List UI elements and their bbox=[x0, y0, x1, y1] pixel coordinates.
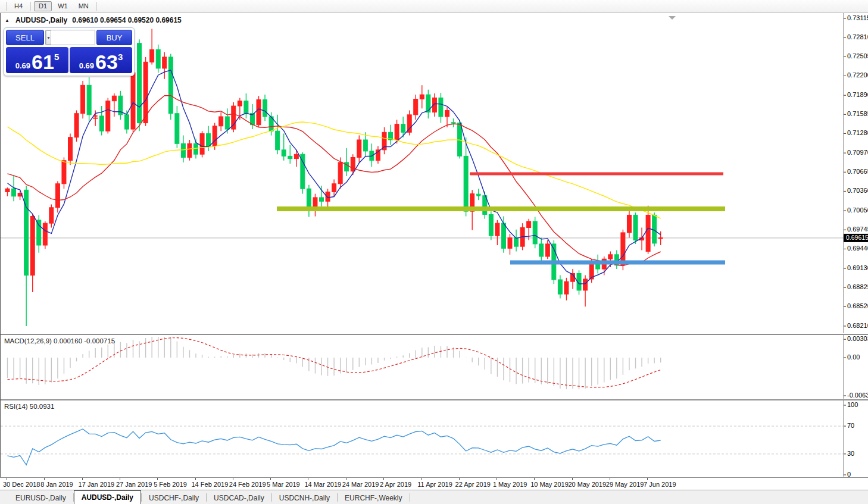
chart-tab-usdcnhdaily[interactable]: USDCNH-,Daily bbox=[272, 492, 337, 504]
date-axis-label: 5 Feb 2019 bbox=[154, 481, 187, 488]
date-axis-label: 30 Dec 2018 bbox=[3, 481, 40, 488]
sell-price-big: 61 bbox=[32, 53, 54, 71]
date-tick bbox=[346, 478, 346, 480]
date-axis-label: 24 Feb 2019 bbox=[229, 481, 266, 488]
buy-button[interactable]: BUY bbox=[96, 30, 132, 45]
collapse-arrow-icon[interactable]: ▲ bbox=[5, 18, 10, 23]
chart-window: 0.731150.728100.725050.722000.718900.715… bbox=[0, 13, 868, 477]
rsi-axis-label: 0 bbox=[847, 471, 851, 477]
volume-decrease-button[interactable]: ▼ bbox=[46, 30, 51, 45]
buy-price-panel[interactable]: 0.69 63 3 bbox=[70, 47, 132, 73]
price-axis-label: 0.68210 bbox=[847, 322, 868, 329]
timeframe-button-w1[interactable]: W1 bbox=[53, 1, 73, 11]
date-axis-label: 1 May 2019 bbox=[493, 481, 527, 488]
date-tick bbox=[647, 478, 648, 480]
date-axis-label: 8 Jan 2019 bbox=[40, 481, 73, 488]
date-tick bbox=[82, 478, 83, 480]
date-axis-label: 14 Feb 2019 bbox=[192, 481, 229, 488]
current-price-badge-text: 0.69615 bbox=[846, 234, 868, 241]
slow-ma-line[interactable] bbox=[8, 122, 661, 218]
date-axis-label: 11 Apr 2019 bbox=[417, 481, 452, 488]
price-axis-label: 0.72505 bbox=[847, 52, 868, 60]
price-axis-label: 0.69745 bbox=[847, 226, 868, 233]
price-axis-label: 0.71890 bbox=[847, 91, 868, 98]
date-tick bbox=[459, 478, 460, 480]
date-axis-label: 5 Mar 2019 bbox=[267, 481, 300, 488]
price-axis-label: 0.68825 bbox=[847, 283, 868, 290]
rsi-axis-label: 100 bbox=[847, 401, 858, 408]
date-tick bbox=[421, 478, 421, 480]
timeframe-button-mn[interactable]: MN bbox=[74, 1, 93, 11]
timeframe-toolbar: H4D1W1MN bbox=[0, 0, 868, 12]
symbol-label: AUDUSD-,Daily bbox=[15, 16, 67, 24]
macd-histogram bbox=[8, 337, 661, 389]
date-tick bbox=[44, 478, 45, 480]
date-axis-label: 20 May 2019 bbox=[569, 481, 607, 488]
date-tick bbox=[195, 478, 196, 480]
rsi-line bbox=[8, 429, 661, 465]
sell-price-small: 0.69 bbox=[15, 61, 30, 71]
date-axis-label: 24 Mar 2019 bbox=[342, 481, 379, 488]
date-axis-label: 14 Mar 2019 bbox=[304, 481, 341, 488]
date-axis-label: 22 Apr 2019 bbox=[455, 481, 491, 488]
date-axis[interactable]: 30 Dec 20188 Jan 201917 Jan 201927 Jan 2… bbox=[0, 477, 868, 490]
rsi-axis-label: 30 bbox=[847, 450, 854, 457]
date-axis-label: 17 Jan 2019 bbox=[79, 481, 115, 488]
date-tick bbox=[534, 478, 535, 480]
date-tick bbox=[157, 478, 158, 480]
date-tick bbox=[233, 478, 233, 480]
chart-tab-bar: EURUSD-,DailyAUDUSD-,DailyUSDCHF-,DailyU… bbox=[0, 490, 868, 504]
price-axis-label: 0.69440 bbox=[847, 245, 868, 252]
price-axis-label: 0.73115 bbox=[847, 14, 868, 21]
rsi-axis-label: 70 bbox=[847, 422, 854, 429]
chart-shift-marker-icon[interactable] bbox=[669, 16, 676, 20]
chart-tab-eurchfweekly[interactable]: EURCHF-,Weekly bbox=[338, 492, 409, 504]
date-axis-label: 10 May 2019 bbox=[530, 481, 569, 488]
price-axis-label: 0.72200 bbox=[847, 71, 868, 79]
buy-price-small: 0.69 bbox=[79, 61, 94, 71]
timeframe-button-d1[interactable]: D1 bbox=[34, 1, 52, 11]
macd-axis-label: 0.00 bbox=[847, 353, 860, 361]
buy-price-big: 63 bbox=[95, 53, 118, 71]
rsi-label: RSI(14) 50.0931 bbox=[4, 403, 54, 410]
sell-price-sup: 5 bbox=[54, 47, 59, 67]
chart-title: ▲ AUDUSD-,Daily 0.69610 0.69654 0.69520 … bbox=[5, 16, 182, 24]
buy-price-sup: 3 bbox=[118, 47, 123, 67]
date-axis-label: 7 Jun 2019 bbox=[644, 481, 676, 488]
sell-price-panel[interactable]: 0.69 61 5 bbox=[6, 47, 68, 73]
price-axis-label: 0.70050 bbox=[847, 206, 868, 214]
mt4-terminal: H4D1W1MN 0.731150.728100.725050.722000.7… bbox=[0, 0, 868, 504]
price-axis-label: 0.68520 bbox=[847, 302, 868, 309]
macd-label: MACD(12,26,9) 0.000160 -0.000715 bbox=[4, 337, 115, 345]
timeframe-button-h4[interactable]: H4 bbox=[10, 1, 27, 11]
chart-tab-usdcaddaily[interactable]: USDCAD-,Daily bbox=[207, 492, 271, 504]
date-tick bbox=[308, 478, 308, 480]
rsi-indicator-chart[interactable]: 10070300 bbox=[1, 400, 868, 477]
date-tick bbox=[572, 478, 573, 480]
chart-tab-usdchfdaily[interactable]: USDCHF-,Daily bbox=[142, 492, 206, 504]
tab-separator bbox=[410, 493, 410, 502]
toolbar-separator bbox=[6, 2, 7, 11]
macd-axis-label: -0.00631 bbox=[847, 392, 868, 399]
date-tick bbox=[120, 478, 120, 480]
one-click-trading-panel: SELL ▼ ▲ BUY 0.69 61 5 0.69 63 3 bbox=[4, 27, 135, 76]
date-tick bbox=[383, 478, 384, 480]
price-axis-label: 0.72810 bbox=[847, 33, 868, 40]
toolbar-separator bbox=[30, 2, 31, 11]
price-axis-label: 0.71585 bbox=[847, 110, 868, 117]
date-tick bbox=[270, 478, 271, 480]
date-axis-label: 2 Apr 2019 bbox=[380, 481, 411, 488]
date-tick bbox=[7, 478, 7, 480]
chart-tab-audusddaily[interactable]: AUDUSD-,Daily bbox=[74, 490, 141, 504]
price-axis-label: 0.71280 bbox=[847, 129, 868, 136]
date-axis-label: 27 Jan 2019 bbox=[116, 481, 152, 488]
date-tick bbox=[497, 478, 497, 480]
macd-indicator-chart[interactable]: 0.0030350.00-0.00631 bbox=[1, 335, 868, 399]
chart-tab-eurusddaily[interactable]: EURUSD-,Daily bbox=[8, 492, 73, 504]
price-axis-label: 0.70970 bbox=[847, 149, 868, 156]
fast-ma-line[interactable] bbox=[8, 70, 661, 284]
volume-input[interactable] bbox=[51, 30, 95, 45]
sell-button[interactable]: SELL bbox=[6, 30, 44, 45]
ohlc-values: 0.69610 0.69654 0.69520 0.69615 bbox=[72, 16, 182, 24]
toolbar-separator bbox=[96, 2, 97, 11]
